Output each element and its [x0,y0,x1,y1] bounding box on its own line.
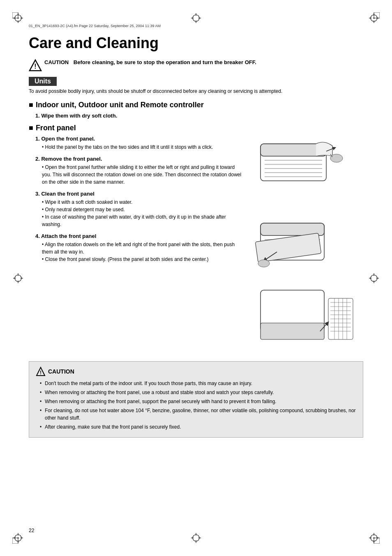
svg-rect-27 [374,538,380,544]
step1-bullets: Hold the panel by the tabs on the two si… [35,143,244,151]
svg-point-66 [258,260,270,267]
caution-bottom-item-3: When removing or attaching the front pan… [40,398,356,405]
page-title: Care and Cleaning [29,35,363,51]
corner-mark-tr [368,12,380,24]
step4-block: 4. Attach the front panel Align the rota… [29,233,244,263]
step3-bullet1: Wipe it with a soft cloth soaked in wate… [42,198,244,206]
step4-title: 4. Attach the front panel [35,233,244,239]
illustration-step4 [252,286,363,353]
section-indoor: Indoor unit, Outdoor unit and Remote con… [29,101,363,119]
steps-content: 1. Open the front panel. Hold the panel … [29,136,363,353]
indoor-step1-number: 1. [35,113,41,119]
step2-bullet1: Open the front panel further while slidi… [42,164,244,186]
page-number: 22 [29,528,34,533]
step3-bullet2: Only neutral detergent may be used. [42,206,244,213]
svg-rect-6 [12,12,18,18]
step1-number: 1. [35,136,41,142]
svg-point-28 [193,15,199,21]
step4-number: 4. [35,233,41,239]
units-box: Units [29,77,57,86]
step3-bullets: Wipe it with a soft cloth soaked in wate… [35,198,244,228]
section-indoor-heading: Indoor unit, Outdoor unit and Remote con… [29,101,363,109]
caution-top-label: CAUTION [44,59,69,65]
caution-bottom-item-4: For cleaning, do not use hot water above… [40,407,356,422]
svg-rect-65 [255,233,321,262]
svg-rect-68 [261,323,324,339]
reg-mark-left [12,272,24,284]
step4-bullets: Align the rotation dowels on the left an… [35,241,244,263]
corner-mark-br [368,532,380,544]
units-description: To avoid possible bodily injury, units s… [29,88,363,94]
caution-top-text: Before cleaning, be sure to stop the ope… [74,59,256,65]
illustration-step2 [252,211,363,278]
step2-bullets: Open the front panel further while slidi… [35,164,244,186]
caution-bottom-item-5: After cleaning, make sure that the front… [40,423,356,431]
step3-title: 3. Clean the front panel [35,191,244,197]
caution-top-icon: ! [29,59,42,72]
reg-mark-right [368,272,380,284]
file-info: 01_EN_3P141693-2C (A4).fm Page 22 Saturd… [29,24,161,28]
step1-block: 1. Open the front panel. Hold the panel … [29,136,244,151]
svg-text:!: ! [34,63,36,70]
svg-rect-20 [12,538,18,544]
step3-block: 3. Clean the front panel Wipe it with a … [29,191,244,228]
caution-bottom-list: Don't touch the metal parts of the indoo… [36,380,356,431]
svg-point-38 [15,275,21,281]
illustration-step2-svg [252,211,359,277]
caution-bottom-item-1: Don't touch the metal parts of the indoo… [40,380,356,387]
corner-mark-tl [12,12,24,24]
main-content: Care and Cleaning ! CAUTION Before clean… [29,35,363,521]
indoor-step1-title: Wipe them with dry soft cloth. [41,113,117,119]
steps-right-illustrations [252,136,363,353]
section-front-panel: Front panel 1. Open the front panel. Hol… [29,124,363,353]
caution-bottom-header: ! CAUTION [36,367,356,376]
step2-number: 2. [35,156,41,162]
caution-top-content: CAUTION Before cleaning, be sure to stop… [44,59,256,66]
illustration-step1 [252,136,363,203]
step4-bullet2: Close the front panel slowly. (Press the… [42,256,244,263]
step1-bullet1: Hold the panel by the tabs on the two si… [42,143,244,151]
step2-title: 2. Remove the front panel. [35,156,244,162]
svg-text:!: ! [40,370,42,376]
section-front-panel-heading: Front panel [29,124,363,132]
reg-mark-bottom [190,532,202,544]
caution-bottom-box: ! CAUTION Don't touch the metal parts of… [29,361,363,438]
steps-left: 1. Open the front panel. Hold the panel … [29,136,244,353]
svg-point-43 [371,275,377,281]
caution-top: ! CAUTION Before cleaning, be sure to st… [29,59,363,72]
indoor-step1: 1. Wipe them with dry soft cloth. [29,113,363,119]
step3-number: 3. [35,191,41,197]
svg-point-57 [330,154,343,162]
reg-mark-top [190,12,202,24]
svg-rect-13 [374,12,380,18]
step3-bullet3: In case of washing the panel with water,… [42,213,244,228]
step1-title: 1. Open the front panel. [35,136,244,142]
illustration-step1-svg [252,136,359,201]
svg-point-33 [193,535,199,541]
step2-block: 2. Remove the front panel. Open the fron… [29,156,244,186]
caution-bottom-icon: ! [36,367,46,376]
corner-mark-bl [12,532,24,544]
step4-bullet1: Align the rotation dowels on the left an… [42,241,244,256]
illustration-step4-svg [252,286,359,352]
caution-bottom-label: CAUTION [48,368,74,375]
caution-bottom-item-2: When removing or attaching the front pan… [40,389,356,396]
